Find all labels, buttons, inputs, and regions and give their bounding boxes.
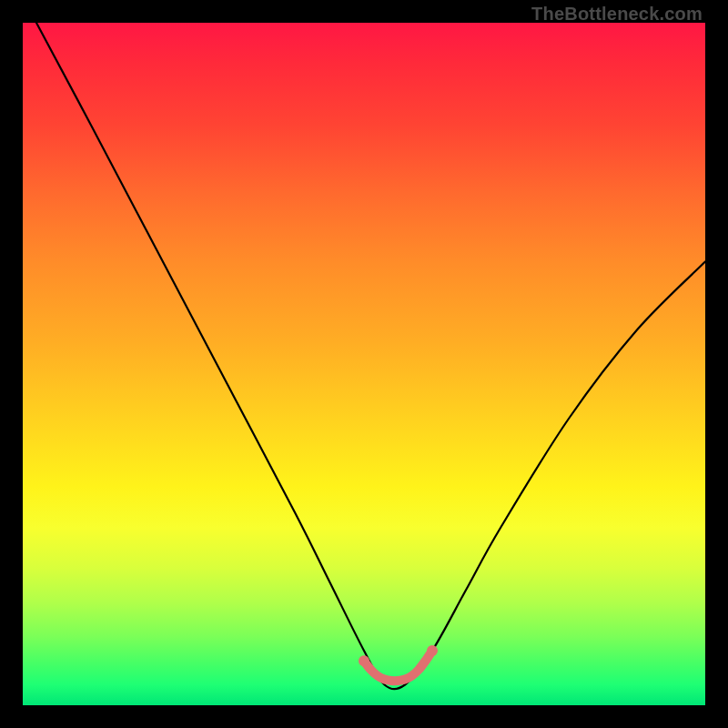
plot-area	[23, 23, 705, 705]
optimal-band-line	[364, 651, 432, 681]
curve-svg	[23, 23, 705, 705]
chart-frame: TheBottleneck.com	[0, 0, 728, 728]
bottleneck-curve-line	[36, 23, 705, 689]
optimal-band-dot-right	[427, 645, 438, 656]
watermark-text: TheBottleneck.com	[531, 4, 703, 25]
optimal-band-dot-left	[359, 655, 369, 666]
